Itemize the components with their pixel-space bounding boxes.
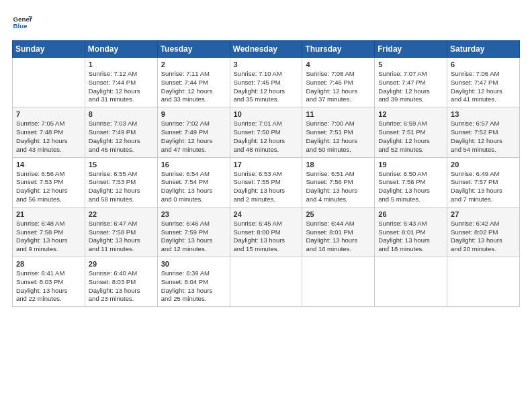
day-info: Sunrise: 6:49 AM Sunset: 7:57 PM Dayligh… (451, 170, 516, 204)
day-info: Sunrise: 6:57 AM Sunset: 7:52 PM Dayligh… (451, 120, 516, 154)
logo-icon: General Blue (12, 12, 32, 32)
day-number: 8 (89, 110, 154, 118)
day-info: Sunrise: 7:08 AM Sunset: 7:46 PM Dayligh… (306, 70, 371, 104)
day-info: Sunrise: 7:05 AM Sunset: 7:48 PM Dayligh… (16, 120, 81, 154)
calendar-cell: 26Sunrise: 6:43 AM Sunset: 8:01 PM Dayli… (375, 207, 447, 257)
day-info: Sunrise: 7:01 AM Sunset: 7:50 PM Dayligh… (234, 120, 299, 154)
calendar-cell: 17Sunrise: 6:53 AM Sunset: 7:55 PM Dayli… (230, 157, 302, 207)
day-info: Sunrise: 6:39 AM Sunset: 8:04 PM Dayligh… (161, 269, 226, 304)
day-number: 25 (306, 210, 371, 218)
calendar-cell: 12Sunrise: 6:59 AM Sunset: 7:51 PM Dayli… (375, 107, 447, 157)
calendar-cell: 22Sunrise: 6:47 AM Sunset: 7:58 PM Dayli… (85, 207, 157, 257)
calendar-cell (13, 58, 85, 107)
day-info: Sunrise: 6:51 AM Sunset: 7:56 PM Dayligh… (306, 170, 371, 204)
calendar-cell: 23Sunrise: 6:46 AM Sunset: 7:59 PM Dayli… (157, 207, 230, 257)
day-info: Sunrise: 6:43 AM Sunset: 8:01 PM Dayligh… (378, 220, 443, 254)
calendar-cell: 29Sunrise: 6:40 AM Sunset: 8:03 PM Dayli… (85, 257, 157, 307)
weekday-header-thursday: Thursday (302, 41, 375, 58)
day-info: Sunrise: 6:55 AM Sunset: 7:53 PM Dayligh… (89, 170, 154, 204)
calendar-cell: 21Sunrise: 6:48 AM Sunset: 7:58 PM Dayli… (13, 207, 85, 257)
day-info: Sunrise: 6:53 AM Sunset: 7:55 PM Dayligh… (234, 170, 299, 204)
calendar-cell: 16Sunrise: 6:54 AM Sunset: 7:54 PM Dayli… (157, 157, 230, 207)
calendar-cell (302, 257, 375, 307)
day-number: 26 (378, 210, 443, 218)
day-number: 29 (89, 260, 154, 268)
day-number: 3 (234, 60, 299, 68)
calendar-cell: 27Sunrise: 6:42 AM Sunset: 8:02 PM Dayli… (447, 207, 520, 257)
day-number: 2 (161, 60, 226, 68)
day-number: 6 (451, 60, 516, 68)
calendar-cell (230, 257, 302, 307)
weekday-header-wednesday: Wednesday (230, 41, 302, 58)
day-number: 17 (234, 161, 299, 169)
day-info: Sunrise: 7:07 AM Sunset: 7:47 PM Dayligh… (378, 70, 443, 104)
day-info: Sunrise: 6:59 AM Sunset: 7:51 PM Dayligh… (378, 120, 443, 154)
calendar-cell: 15Sunrise: 6:55 AM Sunset: 7:53 PM Dayli… (85, 157, 157, 207)
day-info: Sunrise: 6:40 AM Sunset: 8:03 PM Dayligh… (89, 269, 154, 304)
day-info: Sunrise: 6:50 AM Sunset: 7:56 PM Dayligh… (378, 170, 443, 204)
day-number: 20 (451, 161, 516, 169)
day-number: 11 (306, 110, 371, 118)
weekday-header-monday: Monday (85, 41, 157, 58)
calendar-cell: 3Sunrise: 7:10 AM Sunset: 7:45 PM Daylig… (230, 58, 302, 107)
day-info: Sunrise: 6:42 AM Sunset: 8:02 PM Dayligh… (451, 220, 516, 254)
day-info: Sunrise: 6:46 AM Sunset: 7:59 PM Dayligh… (161, 220, 226, 254)
calendar: SundayMondayTuesdayWednesdayThursdayFrid… (12, 40, 520, 307)
day-number: 7 (16, 110, 81, 118)
day-info: Sunrise: 6:47 AM Sunset: 7:58 PM Dayligh… (89, 220, 154, 254)
day-info: Sunrise: 7:11 AM Sunset: 7:44 PM Dayligh… (161, 70, 226, 104)
day-number: 13 (451, 110, 516, 118)
day-number: 19 (378, 161, 443, 169)
calendar-cell: 4Sunrise: 7:08 AM Sunset: 7:46 PM Daylig… (302, 58, 375, 107)
calendar-cell: 20Sunrise: 6:49 AM Sunset: 7:57 PM Dayli… (447, 157, 520, 207)
day-number: 18 (306, 161, 371, 169)
calendar-cell: 10Sunrise: 7:01 AM Sunset: 7:50 PM Dayli… (230, 107, 302, 157)
day-number: 16 (161, 161, 226, 169)
day-info: Sunrise: 7:00 AM Sunset: 7:51 PM Dayligh… (306, 120, 371, 154)
calendar-cell: 28Sunrise: 6:41 AM Sunset: 8:03 PM Dayli… (13, 257, 85, 307)
day-number: 23 (161, 210, 226, 218)
weekday-header-friday: Friday (375, 41, 447, 58)
day-number: 5 (378, 60, 443, 68)
week-row-2: 7Sunrise: 7:05 AM Sunset: 7:48 PM Daylig… (13, 107, 520, 157)
day-info: Sunrise: 6:54 AM Sunset: 7:54 PM Dayligh… (161, 170, 226, 204)
calendar-cell: 30Sunrise: 6:39 AM Sunset: 8:04 PM Dayli… (157, 257, 230, 307)
calendar-cell: 13Sunrise: 6:57 AM Sunset: 7:52 PM Dayli… (447, 107, 520, 157)
day-info: Sunrise: 6:41 AM Sunset: 8:03 PM Dayligh… (16, 269, 81, 304)
calendar-cell: 14Sunrise: 6:56 AM Sunset: 7:53 PM Dayli… (13, 157, 85, 207)
day-number: 30 (161, 260, 226, 268)
calendar-cell: 6Sunrise: 7:06 AM Sunset: 7:47 PM Daylig… (447, 58, 520, 107)
weekday-header-saturday: Saturday (447, 41, 520, 58)
day-number: 10 (234, 110, 299, 118)
calendar-cell: 8Sunrise: 7:03 AM Sunset: 7:49 PM Daylig… (85, 107, 157, 157)
calendar-cell: 24Sunrise: 6:45 AM Sunset: 8:00 PM Dayli… (230, 207, 302, 257)
page: General Blue SundayMondayTuesdayWednesda… (0, 0, 532, 314)
day-number: 14 (16, 161, 81, 169)
calendar-cell: 2Sunrise: 7:11 AM Sunset: 7:44 PM Daylig… (157, 58, 230, 107)
calendar-cell (447, 257, 520, 307)
svg-text:Blue: Blue (13, 22, 28, 30)
calendar-cell: 5Sunrise: 7:07 AM Sunset: 7:47 PM Daylig… (375, 58, 447, 107)
day-info: Sunrise: 6:56 AM Sunset: 7:53 PM Dayligh… (16, 170, 81, 204)
day-info: Sunrise: 7:03 AM Sunset: 7:49 PM Dayligh… (89, 120, 154, 154)
day-number: 28 (16, 260, 81, 268)
day-info: Sunrise: 7:10 AM Sunset: 7:45 PM Dayligh… (234, 70, 299, 104)
day-number: 12 (378, 110, 443, 118)
day-info: Sunrise: 6:45 AM Sunset: 8:00 PM Dayligh… (234, 220, 299, 254)
day-number: 27 (451, 210, 516, 218)
calendar-cell: 25Sunrise: 6:44 AM Sunset: 8:01 PM Dayli… (302, 207, 375, 257)
calendar-cell: 11Sunrise: 7:00 AM Sunset: 7:51 PM Dayli… (302, 107, 375, 157)
day-number: 24 (234, 210, 299, 218)
day-info: Sunrise: 7:02 AM Sunset: 7:49 PM Dayligh… (161, 120, 226, 154)
calendar-cell: 19Sunrise: 6:50 AM Sunset: 7:56 PM Dayli… (375, 157, 447, 207)
week-row-5: 28Sunrise: 6:41 AM Sunset: 8:03 PM Dayli… (13, 257, 520, 307)
logo: General Blue (12, 12, 32, 32)
week-row-4: 21Sunrise: 6:48 AM Sunset: 7:58 PM Dayli… (13, 207, 520, 257)
week-row-1: 1Sunrise: 7:12 AM Sunset: 7:44 PM Daylig… (13, 58, 520, 107)
calendar-cell (375, 257, 447, 307)
day-info: Sunrise: 6:48 AM Sunset: 7:58 PM Dayligh… (16, 220, 81, 254)
day-number: 15 (89, 161, 154, 169)
day-info: Sunrise: 7:06 AM Sunset: 7:47 PM Dayligh… (451, 70, 516, 104)
calendar-cell: 18Sunrise: 6:51 AM Sunset: 7:56 PM Dayli… (302, 157, 375, 207)
day-number: 4 (306, 60, 371, 68)
